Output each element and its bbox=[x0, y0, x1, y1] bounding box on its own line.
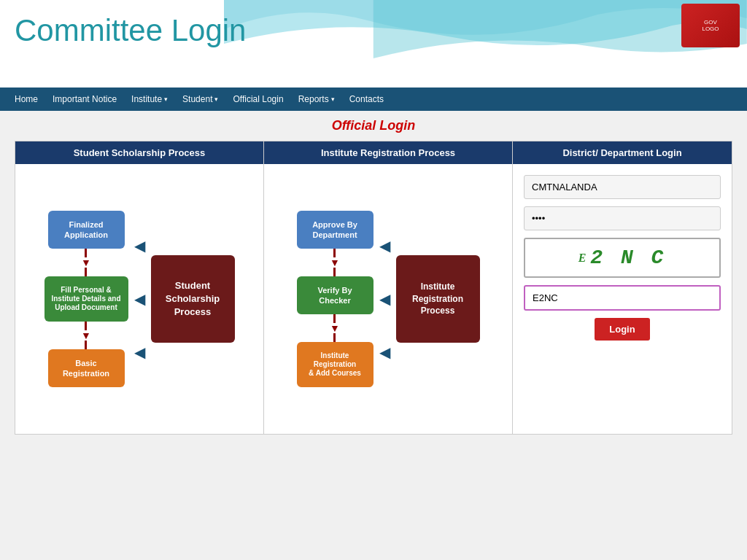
panel-center-header: Institute Registration Process bbox=[264, 141, 512, 164]
nav-reports[interactable]: Reports▾ bbox=[293, 91, 341, 107]
main-content: Official Login Student Scholarship Proce… bbox=[0, 111, 747, 560]
institute-reg-courses-box: Institute Registration & Add Courses bbox=[297, 342, 374, 387]
captcha-image: E 2 N C bbox=[524, 238, 721, 278]
username-input[interactable] bbox=[524, 175, 721, 199]
panel-institute-registration: Institute Registration Process Approve B… bbox=[264, 141, 513, 434]
nav-home[interactable]: Home bbox=[9, 91, 44, 107]
header-wave bbox=[224, 0, 747, 88]
nav-important-notice[interactable]: Important Notice bbox=[47, 91, 123, 107]
login-form: E 2 N C Login bbox=[513, 164, 732, 351]
chevron-down-icon: ▾ bbox=[164, 96, 168, 103]
chevron-down-icon: ▾ bbox=[214, 96, 218, 103]
official-login-title: Official Login bbox=[15, 118, 732, 133]
panel-login: District/ Department Login E 2 N C Login bbox=[513, 141, 732, 434]
header: Committee Login GOVLOGO bbox=[0, 0, 747, 88]
institute-registration-process-box: Institute Registration Process bbox=[396, 255, 480, 343]
panel-right-header: District/ Department Login bbox=[513, 141, 732, 164]
panel-student-scholarship: Student Scholarship Process Finalized Ap… bbox=[15, 141, 264, 434]
finalized-application-box: Finalized Application bbox=[48, 211, 125, 249]
header-logo: GOVLOGO bbox=[681, 4, 740, 47]
navbar: Home Important Notice Institute▾ Student… bbox=[0, 88, 747, 111]
nav-student[interactable]: Student▾ bbox=[177, 91, 224, 107]
panel-left-header: Student Scholarship Process bbox=[15, 141, 263, 164]
captcha-text: 2 N C bbox=[590, 246, 666, 269]
basic-registration-box: Basic Registration bbox=[48, 349, 125, 387]
login-button[interactable]: Login bbox=[595, 318, 649, 341]
captcha-e-label: E bbox=[578, 252, 591, 265]
nav-official-login[interactable]: Official Login bbox=[227, 91, 289, 107]
fill-details-box: Fill Personal & Institute Details and Up… bbox=[44, 276, 128, 322]
verify-checker-box: Verify By Checker bbox=[297, 276, 374, 314]
approve-department-box: Approve By Department bbox=[297, 211, 374, 249]
nav-contacts[interactable]: Contacts bbox=[344, 91, 390, 107]
captcha-input[interactable] bbox=[524, 285, 721, 311]
nav-institute[interactable]: Institute▾ bbox=[125, 91, 174, 107]
chevron-down-icon: ▾ bbox=[331, 96, 335, 103]
student-scholarship-process-box: Student Scholarship Process bbox=[151, 255, 235, 343]
page-title: Committee Login bbox=[15, 13, 246, 48]
panels-container: Student Scholarship Process Finalized Ap… bbox=[15, 141, 732, 435]
password-input[interactable] bbox=[524, 206, 721, 230]
